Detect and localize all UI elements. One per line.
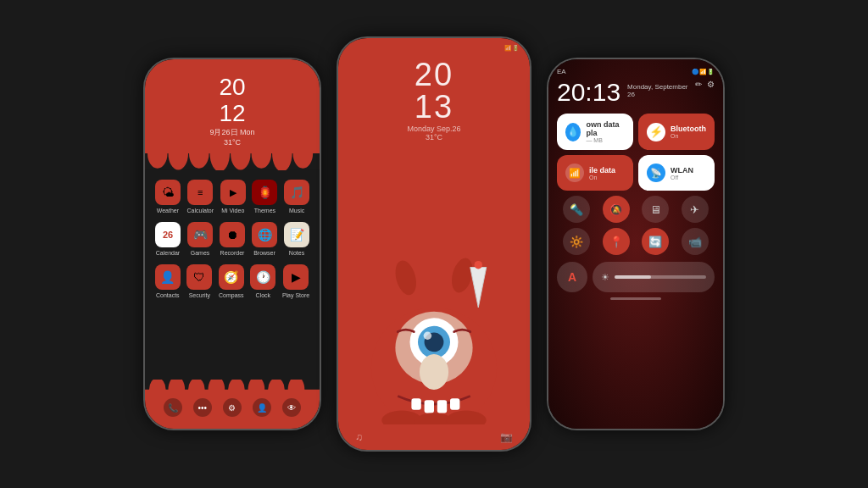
phone-2-screen: 📶🔋 20 13 Monday Sep.26 31°C	[338, 38, 530, 450]
settings-icon[interactable]: ⚙	[707, 80, 715, 89]
mobile-data-tile-text: ile data On	[589, 166, 615, 180]
mobile-data-label: ile data	[589, 166, 615, 175]
mobile-data-tile[interactable]: 📶 ile data On	[557, 155, 633, 191]
app-themes[interactable]: 🏮 Themes	[252, 180, 277, 214]
browser-icon: 🌐	[252, 222, 277, 247]
dnd-button[interactable]: 🔕	[603, 196, 630, 223]
brightness-fill	[615, 275, 651, 279]
app-clock[interactable]: 🕐 Clock	[250, 264, 275, 298]
phone-3-date-day: Monday, September	[627, 83, 687, 91]
phone-3-screen: EA 🔵📶🔋 20:13 Monday, September 26 ✏ ⚙ 💧	[548, 59, 723, 429]
themes-icon: 🏮	[252, 180, 277, 205]
phone-3-date-num: 26	[627, 91, 687, 98]
brightness-slider[interactable]: ☀	[593, 262, 715, 292]
themes-label: Themes	[254, 208, 275, 214]
svg-point-15	[248, 380, 265, 390]
edit-icon[interactable]: ✏	[695, 80, 702, 89]
camera-icon: 📷	[500, 431, 513, 443]
svg-point-18	[392, 258, 420, 297]
games-icon: 🎮	[187, 222, 213, 247]
wlan-tile[interactable]: 📡 WLAN Off	[638, 155, 715, 191]
notes-label: Notes	[289, 250, 304, 256]
airplane-button[interactable]: ✈	[682, 196, 709, 223]
screen-button[interactable]: 🖥	[642, 196, 669, 223]
sun-icon: ☀	[601, 272, 609, 283]
dock-more-icon[interactable]: •••	[193, 398, 212, 417]
app-browser[interactable]: 🌐 Browser	[252, 222, 277, 256]
phone-2-status: 📶🔋	[338, 38, 530, 52]
play-store-label: Play Store	[282, 292, 309, 298]
round-buttons-row-1: 🔦 🔕 🖥 ✈	[557, 196, 715, 223]
svg-marker-20	[470, 268, 487, 308]
brightness-button[interactable]: 🔆	[563, 228, 590, 255]
svg-point-13	[209, 380, 225, 390]
compass-icon: 🧭	[219, 264, 244, 290]
recorder-icon: ⏺	[220, 222, 245, 247]
phone-1-temp: 31°C	[224, 138, 241, 147]
mobile-data-sublabel: On	[589, 175, 615, 180]
calculator-icon: ≡	[187, 180, 213, 205]
app-recorder[interactable]: ⏺ Recorder	[220, 222, 245, 256]
svg-rect-30	[425, 400, 434, 413]
music-note-icon: ♫	[355, 431, 363, 443]
contacts-icon: 👤	[155, 264, 181, 290]
flashlight-button[interactable]: 🔦	[563, 196, 590, 223]
app-notes[interactable]: 📝 Notes	[284, 222, 309, 256]
control-grid-2: 📶 ile data On 📡 WLAN Off	[557, 155, 715, 191]
phone-1-time: 2012	[219, 75, 245, 127]
data-sublabel: — MB	[586, 137, 625, 143]
security-label: Security	[189, 292, 210, 298]
clock-icon: 🕐	[250, 264, 275, 290]
teeth-top-decoration	[145, 378, 320, 393]
phone-1-dock: 📞 ••• ⚙ 👤 👁	[145, 386, 320, 429]
location-button[interactable]: 📍	[603, 228, 630, 255]
wlan-label: WLAN	[670, 166, 693, 175]
dock-eye-icon[interactable]: 👁	[282, 398, 301, 417]
data-tile-text: own data pla — MB	[586, 120, 625, 143]
phone-1: 2012 9月26日 Mon 31°C	[143, 58, 321, 430]
mi-video-label: Mi Video	[221, 208, 244, 214]
svg-point-17	[288, 380, 305, 390]
data-tile[interactable]: 💧 own data pla — MB	[557, 114, 633, 150]
svg-rect-32	[450, 398, 459, 409]
calculator-label: Calculator	[187, 208, 214, 214]
contacts-label: Contacts	[156, 292, 180, 298]
dock-settings-icon[interactable]: ⚙	[223, 398, 242, 417]
svg-rect-31	[437, 400, 447, 413]
calendar-icon: 26	[155, 222, 181, 247]
security-icon: 🛡	[186, 264, 212, 290]
app-security[interactable]: 🛡 Security	[186, 264, 212, 298]
music-icon: 🎵	[284, 180, 309, 205]
dock-phone-icon[interactable]: 📞	[164, 398, 182, 417]
mi-video-icon: ▶	[220, 180, 246, 205]
phone-3-status-bar: EA 🔵📶🔋	[557, 68, 715, 75]
app-calculator[interactable]: ≡ Calculator	[187, 180, 214, 214]
wifi-icon: 📡	[647, 164, 665, 182]
monster-illustration	[338, 141, 530, 424]
app-calendar[interactable]: 26 Calendar	[155, 222, 181, 256]
phone-2-time: 20 13	[407, 58, 460, 123]
bluetooth-icon: ⚡	[647, 123, 665, 141]
signal-icon: 📶	[565, 164, 584, 182]
app-contacts[interactable]: 👤 Contacts	[155, 264, 181, 298]
phone-2: 📶🔋 20 13 Monday Sep.26 31°C	[337, 36, 531, 452]
bluetooth-tile[interactable]: ⚡ Bluetooth On	[638, 114, 715, 150]
app-mi-video[interactable]: ▶ Mi Video	[220, 180, 246, 214]
teeth-decoration	[145, 153, 320, 170]
app-play-store[interactable]: ▶ Play Store	[282, 264, 309, 298]
svg-point-27	[424, 332, 432, 341]
data-icon: 💧	[565, 123, 581, 141]
phone-1-top: 2012 9月26日 Mon 31°C	[145, 59, 320, 169]
font-button[interactable]: A	[557, 262, 587, 292]
compass-label: Compass	[219, 292, 244, 298]
app-compass[interactable]: 🧭 Compass	[219, 264, 244, 298]
rotate-button[interactable]: 🔄	[642, 228, 669, 255]
app-weather[interactable]: 🌤 Weather	[155, 180, 181, 214]
video-button[interactable]: 📹	[682, 228, 709, 255]
data-label: own data pla	[586, 120, 625, 137]
phone-3-time-row: 20:13 Monday, September 26 ✏ ⚙	[557, 80, 715, 105]
recorder-label: Recorder	[220, 250, 245, 256]
app-music[interactable]: 🎵 Music	[284, 180, 309, 214]
app-games[interactable]: 🎮 Games	[187, 222, 213, 256]
dock-user-icon[interactable]: 👤	[253, 398, 271, 417]
